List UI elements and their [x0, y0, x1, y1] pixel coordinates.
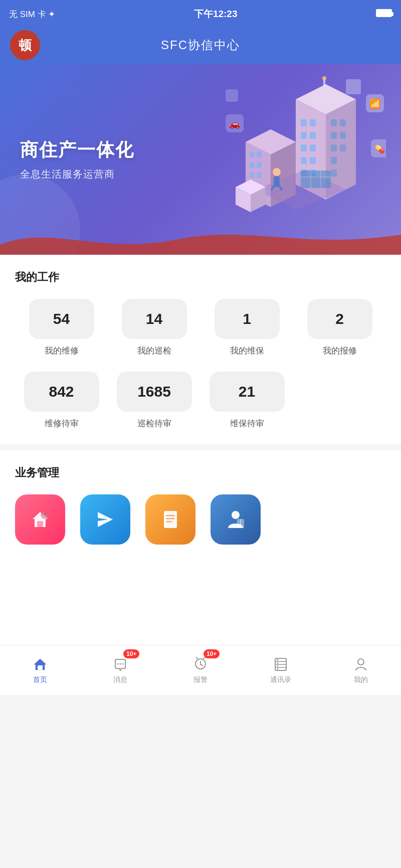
svg-rect-15 [331, 119, 337, 126]
work-row-1: 54 我的维修 14 我的巡检 1 我的维保 2 我的报修 [15, 299, 386, 357]
svg-point-77 [277, 662, 279, 663]
svg-rect-19 [331, 144, 337, 151]
work-label-baoxiu: 我的报修 [323, 345, 357, 357]
svg-rect-58 [166, 515, 175, 516]
work-item-xunjian[interactable]: 14 我的巡检 [108, 299, 200, 357]
business-item-document[interactable] [145, 494, 195, 545]
svg-point-24 [322, 76, 326, 80]
work-badge-xunjian: 14 [122, 299, 187, 339]
work-item-pending-weixiu[interactable]: 842 维修待审 [15, 372, 108, 429]
svg-text:🔧: 🔧 [42, 512, 48, 518]
svg-text:💊: 💊 [375, 144, 385, 154]
svg-point-65 [117, 663, 119, 664]
svg-line-69 [200, 664, 203, 665]
svg-marker-56 [98, 512, 113, 527]
work-item-pending-weibao[interactable]: 21 维保待审 [200, 372, 293, 429]
svg-rect-64 [38, 665, 43, 670]
svg-rect-36 [301, 170, 331, 188]
svg-rect-29 [257, 152, 262, 158]
svg-rect-30 [250, 162, 255, 168]
svg-rect-60 [166, 521, 172, 523]
nav-badge-messages: 10+ [123, 649, 139, 658]
svg-rect-0 [346, 79, 361, 94]
business-icon-home: 🔧 [15, 494, 65, 545]
svg-rect-5 [301, 119, 307, 126]
svg-rect-6 [310, 119, 316, 126]
nav-item-alarm[interactable]: 10+ 报警 [160, 645, 241, 695]
banner-title: 商住产一体化 [20, 138, 134, 162]
business-title: 业务管理 [15, 465, 386, 480]
work-badge-pending-xunjian: 1685 [117, 372, 192, 412]
app-logo: 顿 [10, 30, 40, 60]
work-badge-pending-weibao: 21 [210, 372, 285, 412]
main-content: 我的工作 54 我的维修 14 我的巡检 1 我的维保 2 我的报 [0, 255, 401, 645]
status-right [376, 9, 392, 19]
svg-rect-32 [250, 172, 255, 178]
banner-subtitle: 全息生活服务运营商 [20, 167, 134, 181]
business-grid: 🔧 [15, 494, 386, 545]
svg-line-70 [196, 657, 197, 658]
app-header: 顿 SFC协信中心 [0, 28, 401, 64]
nav-item-profile[interactable]: 我的 [321, 645, 401, 695]
logo-text: 顿 [19, 37, 32, 54]
section-divider [0, 444, 401, 450]
no-sim-text: 无 SIM 卡 ✦ [9, 9, 55, 20]
work-item-weibao[interactable]: 1 我的维保 [200, 299, 293, 357]
business-item-send[interactable] [80, 494, 130, 545]
work-label-weixiu: 我的维修 [45, 345, 79, 357]
svg-point-66 [120, 663, 121, 664]
nav-item-home[interactable]: 首页 [0, 645, 80, 695]
work-badge-baoxiu: 2 [307, 299, 372, 339]
nav-item-messages[interactable]: 10+ 消息 [80, 645, 160, 695]
svg-rect-53 [37, 521, 43, 527]
banner-wave [0, 215, 401, 255]
work-item-baoxiu[interactable]: 2 我的报修 [293, 299, 386, 357]
svg-point-80 [358, 659, 364, 665]
work-label-pending-xunjian: 巡检待审 [137, 418, 171, 429]
business-item-person[interactable] [211, 494, 261, 545]
business-icon-document [145, 494, 195, 545]
svg-rect-21 [331, 157, 337, 164]
work-badge-pending-weixiu: 842 [24, 372, 99, 412]
svg-rect-33 [257, 172, 262, 178]
svg-rect-17 [331, 132, 337, 139]
banner: 商住产一体化 全息生活服务运营商 [0, 64, 401, 255]
business-item-home[interactable]: 🔧 [15, 494, 65, 545]
work-row-2: 842 维修待审 1685 巡检待审 21 维保待审 [15, 372, 386, 429]
nav-item-contacts[interactable]: 通讯录 [241, 645, 321, 695]
work-item-pending-xunjian[interactable]: 1685 巡检待审 [108, 372, 200, 429]
svg-point-76 [277, 659, 279, 660]
nav-label-profile: 我的 [354, 675, 368, 684]
svg-point-78 [277, 665, 279, 666]
svg-rect-59 [166, 518, 175, 519]
status-time: 下午12:23 [194, 8, 238, 21]
message-icon [112, 656, 128, 672]
work-badge-weixiu: 54 [29, 299, 94, 339]
work-label-pending-weixiu: 维修待审 [45, 418, 79, 429]
nav-label-messages: 消息 [113, 675, 127, 684]
svg-rect-57 [164, 511, 177, 528]
svg-text:📶: 📶 [369, 98, 381, 109]
svg-point-61 [232, 511, 240, 519]
svg-rect-1 [226, 89, 238, 102]
svg-rect-9 [301, 144, 307, 151]
work-item-weixiu[interactable]: 54 我的维修 [15, 299, 108, 357]
svg-rect-12 [310, 157, 316, 164]
banner-text: 商住产一体化 全息生活服务运营商 [20, 138, 134, 181]
business-icon-send [80, 494, 130, 545]
contacts-icon [273, 656, 289, 672]
svg-rect-23 [323, 79, 325, 86]
my-work-section: 我的工作 54 我的维修 14 我的巡检 1 我的维保 2 我的报 [0, 255, 401, 444]
battery-icon [376, 9, 392, 17]
work-label-weibao: 我的维保 [230, 345, 264, 357]
nav-label-home: 首页 [33, 675, 47, 684]
svg-rect-10 [310, 144, 316, 151]
bottom-nav: 首页 10+ 消息 10+ 报警 [0, 645, 401, 695]
status-bar: 无 SIM 卡 ✦ 下午12:23 [0, 0, 401, 28]
svg-rect-16 [340, 119, 346, 126]
profile-icon [353, 656, 369, 672]
svg-rect-18 [340, 132, 346, 139]
nav-label-alarm: 报警 [193, 675, 208, 684]
work-label-xunjian: 我的巡检 [137, 345, 171, 357]
bottom-spacer [0, 555, 401, 645]
